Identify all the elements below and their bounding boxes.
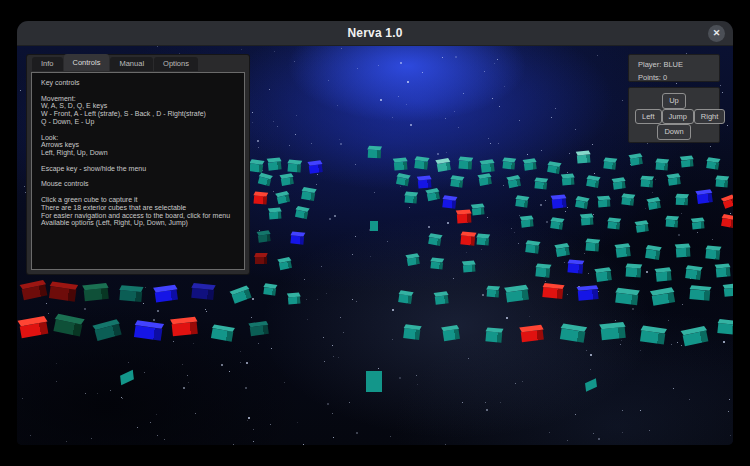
- game-cube[interactable]: [460, 231, 475, 245]
- flat-cube[interactable]: [120, 370, 134, 385]
- game-cube[interactable]: [396, 173, 410, 186]
- game-cube[interactable]: [267, 157, 281, 170]
- game-cube[interactable]: [706, 157, 720, 170]
- game-cube[interactable]: [269, 207, 282, 219]
- game-cube[interactable]: [211, 324, 234, 341]
- tab-controls[interactable]: Controls: [64, 54, 110, 71]
- game-cube[interactable]: [651, 287, 675, 306]
- game-cube[interactable]: [442, 325, 460, 341]
- game-cube[interactable]: [705, 245, 720, 259]
- game-cube[interactable]: [567, 259, 583, 273]
- game-cube[interactable]: [716, 175, 729, 187]
- game-cube[interactable]: [403, 324, 421, 340]
- game-cube[interactable]: [525, 240, 540, 254]
- game-cube[interactable]: [640, 325, 666, 344]
- game-cube[interactable]: [434, 291, 448, 304]
- game-cube[interactable]: [83, 283, 109, 301]
- game-cube[interactable]: [723, 283, 733, 297]
- tab-info[interactable]: Info: [32, 57, 63, 71]
- game-cube[interactable]: [301, 187, 316, 201]
- game-cube[interactable]: [607, 217, 620, 229]
- game-cube[interactable]: [535, 263, 550, 277]
- game-cube[interactable]: [477, 233, 490, 245]
- game-cube[interactable]: [485, 327, 502, 342]
- game-cube[interactable]: [685, 265, 702, 280]
- game-cube[interactable]: [542, 283, 563, 299]
- game-cube[interactable]: [288, 159, 302, 172]
- game-cube[interactable]: [290, 231, 304, 244]
- game-cube[interactable]: [255, 253, 267, 264]
- flat-cube[interactable]: [585, 378, 597, 391]
- game-cube[interactable]: [426, 188, 440, 201]
- game-cube[interactable]: [308, 160, 323, 174]
- game-cube[interactable]: [21, 280, 48, 301]
- game-cube[interactable]: [134, 320, 163, 341]
- game-cube[interactable]: [691, 217, 704, 229]
- game-cube[interactable]: [520, 215, 533, 227]
- game-cube[interactable]: [478, 173, 492, 186]
- game-cube[interactable]: [19, 316, 49, 338]
- game-cube[interactable]: [562, 173, 575, 185]
- game-cube[interactable]: [689, 285, 710, 301]
- game-cube[interactable]: [278, 257, 292, 270]
- game-cube[interactable]: [257, 230, 270, 243]
- game-cube[interactable]: [523, 158, 536, 171]
- game-cube[interactable]: [680, 155, 693, 167]
- game-cube[interactable]: [442, 195, 456, 208]
- game-cube[interactable]: [641, 176, 654, 188]
- game-cube[interactable]: [615, 243, 630, 258]
- game-cube[interactable]: [635, 220, 649, 233]
- game-cube[interactable]: [505, 285, 529, 303]
- game-cube[interactable]: [621, 193, 634, 205]
- game-cube[interactable]: [480, 159, 494, 172]
- game-cube[interactable]: [696, 189, 713, 204]
- flat-cube[interactable]: [366, 371, 382, 392]
- tab-options[interactable]: Options: [154, 57, 198, 71]
- game-cube[interactable]: [436, 158, 451, 172]
- game-cube[interactable]: [667, 173, 681, 186]
- game-cube[interactable]: [394, 157, 408, 170]
- game-cube[interactable]: [53, 313, 83, 336]
- game-cube[interactable]: [577, 285, 598, 301]
- game-cube[interactable]: [249, 159, 264, 173]
- game-cube[interactable]: [721, 214, 733, 228]
- game-cube[interactable]: [715, 263, 730, 277]
- game-cube[interactable]: [575, 196, 589, 209]
- game-cube[interactable]: [598, 196, 611, 208]
- jump-button[interactable]: Jump: [662, 109, 694, 125]
- game-cube[interactable]: [406, 253, 420, 266]
- game-cube[interactable]: [263, 283, 276, 296]
- game-cube[interactable]: [249, 321, 269, 336]
- up-button[interactable]: Up: [662, 93, 686, 109]
- game-cube[interactable]: [405, 191, 418, 203]
- game-cube[interactable]: [600, 322, 626, 340]
- game-cube[interactable]: [717, 319, 733, 335]
- game-viewport[interactable]: InfoControlsManualOptions Key controls M…: [17, 46, 733, 445]
- down-button[interactable]: Down: [657, 124, 690, 140]
- game-cube[interactable]: [520, 325, 544, 343]
- right-button[interactable]: Right: [694, 109, 726, 125]
- game-cube[interactable]: [603, 157, 616, 169]
- close-button[interactable]: ✕: [708, 25, 725, 42]
- game-cube[interactable]: [682, 326, 709, 347]
- game-cube[interactable]: [551, 194, 566, 208]
- game-cube[interactable]: [555, 243, 570, 257]
- game-cube[interactable]: [595, 267, 612, 282]
- game-cube[interactable]: [414, 156, 429, 170]
- game-cube[interactable]: [581, 213, 594, 225]
- game-cube[interactable]: [676, 194, 689, 206]
- game-cube[interactable]: [515, 195, 528, 208]
- game-cube[interactable]: [721, 194, 733, 208]
- game-cube[interactable]: [629, 153, 643, 166]
- game-cube[interactable]: [154, 285, 178, 303]
- game-cube[interactable]: [191, 283, 214, 300]
- game-cube[interactable]: [586, 238, 600, 251]
- game-cube[interactable]: [656, 158, 669, 170]
- game-cube[interactable]: [457, 210, 472, 224]
- game-cube[interactable]: [430, 257, 443, 269]
- game-cube[interactable]: [655, 267, 671, 281]
- game-cube[interactable]: [280, 173, 294, 186]
- game-cube[interactable]: [368, 146, 382, 159]
- game-cube[interactable]: [586, 175, 600, 188]
- game-cube[interactable]: [471, 203, 484, 215]
